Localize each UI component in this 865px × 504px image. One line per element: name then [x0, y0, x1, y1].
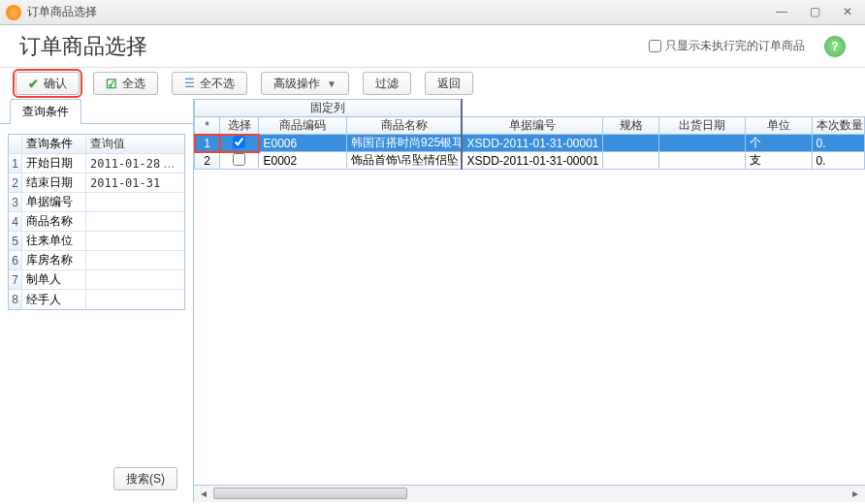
row-unit: 支 — [746, 152, 812, 170]
row-select-cell[interactable] — [220, 152, 259, 170]
row-index: 1 — [195, 135, 220, 152]
query-row-value[interactable] — [86, 212, 184, 231]
picker-icon[interactable]: … — [160, 157, 177, 171]
row-ship — [659, 135, 746, 152]
row-ship — [659, 152, 746, 170]
minimize-button[interactable]: — — [770, 5, 793, 20]
row-checkbox[interactable] — [233, 153, 245, 166]
col-code[interactable]: 商品编码 — [259, 117, 347, 135]
row-select-cell[interactable] — [220, 135, 259, 152]
header: 订单商品选择 只显示未执行完的订单商品 ? — [0, 25, 865, 68]
query-row-value[interactable]: 2011-01-31 — [86, 173, 184, 192]
query-row[interactable]: 6库房名称 — [9, 251, 184, 270]
title-bar: 订单商品选择 — ▢ ✕ — [0, 0, 865, 25]
col-doc[interactable]: 单据编号 — [462, 117, 602, 135]
query-row-index: 6 — [9, 251, 22, 269]
row-name: 韩国百搭时尚925银耳 — [347, 135, 463, 152]
scroll-thumb[interactable] — [213, 488, 407, 499]
query-row-value[interactable]: 2011-01-28… — [86, 154, 184, 173]
maximize-button[interactable]: ▢ — [803, 5, 826, 20]
col-ship[interactable]: 出货日期 — [659, 117, 746, 135]
list-icon: ☰ — [184, 77, 195, 90]
row-code: E0002 — [259, 152, 347, 170]
fixed-columns-header: 固定列 — [195, 100, 463, 117]
query-row-value[interactable] — [86, 270, 184, 289]
query-row-value[interactable] — [86, 251, 184, 269]
query-row-index: 4 — [9, 212, 22, 231]
row-spec — [602, 152, 658, 170]
col-name[interactable]: 商品名称 — [347, 117, 463, 135]
tab-query[interactable]: 查询条件 — [10, 99, 81, 124]
query-row-index: 1 — [9, 154, 22, 173]
scroll-left-icon[interactable]: ◂ — [196, 486, 211, 501]
query-row[interactable]: 1开始日期2011-01-28… — [9, 154, 184, 173]
main-grid-panel: 固定列 * 选择 商品编码 商品名称 单据编号 规格 出货日期 单位 本次数量 — [194, 99, 865, 502]
only-unfinished-toggle[interactable]: 只显示未执行完的订单商品 — [649, 38, 805, 54]
query-row[interactable]: 7制单人 — [9, 270, 184, 290]
window-title: 订单商品选择 — [27, 4, 770, 20]
query-row[interactable]: 8经手人 — [9, 290, 184, 309]
only-unfinished-label: 只显示未执行完的订单商品 — [665, 38, 805, 54]
checkbox-icon: ☑ — [106, 77, 117, 91]
query-row-key: 制单人 — [22, 270, 86, 289]
page-title: 订单商品选择 — [19, 32, 649, 61]
row-doc: XSDD-2011-01-31-00001 — [462, 152, 602, 170]
advanced-button[interactable]: 高级操作▼ — [261, 72, 349, 95]
grid-header-group: 固定列 — [195, 100, 865, 117]
row-unit: 个 — [746, 135, 812, 152]
query-header: 查询条件 查询值 — [9, 135, 184, 154]
query-row-index: 5 — [9, 232, 22, 250]
app-icon — [6, 5, 21, 20]
query-row-key: 商品名称 — [22, 212, 86, 231]
query-row-value[interactable] — [86, 193, 184, 211]
col-spec[interactable]: 规格 — [602, 117, 658, 135]
row-doc: XSDD-2011-01-31-00001 — [462, 135, 602, 152]
search-button[interactable]: 搜索(S) — [113, 467, 177, 490]
toolbar: ✔确认 ☑全选 ☰全不选 高级操作▼ 过滤 返回 — [0, 68, 865, 99]
query-row-index: 3 — [9, 193, 22, 211]
close-button[interactable]: ✕ — [836, 5, 859, 20]
chevron-down-icon: ▼ — [327, 79, 336, 89]
deselect-all-button[interactable]: ☰全不选 — [172, 72, 247, 95]
query-row[interactable]: 2结束日期2011-01-31 — [9, 173, 184, 193]
query-row-key: 经手人 — [22, 290, 86, 309]
row-name: 饰品首饰\吊坠情侣坠 — [347, 152, 463, 170]
select-all-button[interactable]: ☑全选 — [93, 72, 158, 95]
query-row-key: 库房名称 — [22, 251, 86, 269]
table-row[interactable]: 2E0002饰品首饰\吊坠情侣坠XSDD-2011-01-31-00001支0. — [195, 152, 865, 170]
product-grid: 固定列 * 选择 商品编码 商品名称 单据编号 规格 出货日期 单位 本次数量 — [194, 99, 865, 170]
filter-button[interactable]: 过滤 — [363, 72, 411, 95]
query-head-key: 查询条件 — [22, 135, 86, 153]
col-unit[interactable]: 单位 — [746, 117, 812, 135]
row-index: 2 — [195, 152, 220, 170]
row-qty: 0. — [812, 135, 865, 152]
row-checkbox[interactable] — [233, 136, 245, 148]
query-row-index: 2 — [9, 173, 22, 192]
col-star[interactable]: * — [195, 117, 220, 135]
grid-header: * 选择 商品编码 商品名称 单据编号 规格 出货日期 单位 本次数量 — [195, 117, 865, 135]
help-icon[interactable]: ? — [824, 36, 846, 57]
only-unfinished-checkbox[interactable] — [649, 40, 661, 52]
query-row-key: 单据编号 — [22, 193, 86, 211]
query-row-value[interactable] — [86, 290, 184, 309]
query-row[interactable]: 5往来单位 — [9, 232, 184, 251]
horizontal-scrollbar[interactable]: ◂ ▸ — [194, 485, 865, 502]
query-row-key: 往来单位 — [22, 232, 86, 250]
query-row[interactable]: 3单据编号 — [9, 193, 184, 212]
col-select[interactable]: 选择 — [220, 117, 259, 135]
query-row-value[interactable] — [86, 232, 184, 250]
query-row[interactable]: 4商品名称 — [9, 212, 184, 232]
query-head-val: 查询值 — [86, 135, 184, 153]
query-row-index: 8 — [9, 290, 22, 309]
query-row-index: 7 — [9, 270, 22, 289]
scroll-right-icon[interactable]: ▸ — [848, 486, 863, 501]
back-button[interactable]: 返回 — [425, 72, 473, 95]
row-qty: 0. — [812, 152, 865, 170]
sidebar: 查询条件 查询条件 查询值 1开始日期2011-01-28…2结束日期2011-… — [0, 99, 194, 502]
col-qty[interactable]: 本次数量 — [812, 117, 865, 135]
query-row-key: 开始日期 — [22, 154, 86, 173]
table-row[interactable]: 1E0006韩国百搭时尚925银耳XSDD-2011-01-31-00001个0… — [195, 135, 865, 152]
check-icon: ✔ — [28, 77, 39, 91]
row-code: E0006 — [259, 135, 347, 152]
confirm-button[interactable]: ✔确认 — [16, 72, 80, 95]
